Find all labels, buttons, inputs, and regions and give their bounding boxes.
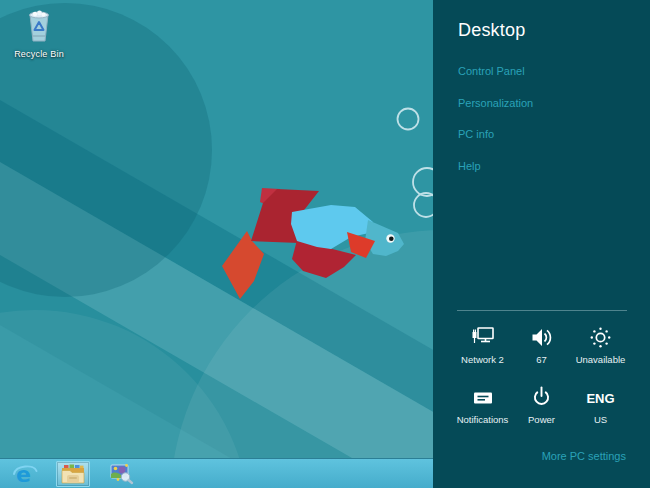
tile-notifications-label: Notifications xyxy=(457,414,509,425)
tile-volume[interactable]: 67 xyxy=(512,322,571,365)
panel-divider xyxy=(457,310,627,311)
taskbar: e xyxy=(0,458,433,488)
settings-panel: Desktop Control Panel Personalization PC… xyxy=(433,0,650,488)
recycle-bin-icon xyxy=(22,8,56,44)
link-control-panel[interactable]: Control Panel xyxy=(458,66,630,77)
tile-power-label: Power xyxy=(528,414,555,425)
tile-network[interactable]: Network 2 xyxy=(453,322,512,365)
settings-tiles: Network 2 67 xyxy=(453,322,630,425)
tile-power[interactable]: Power xyxy=(512,382,571,425)
tile-language-label: US xyxy=(594,414,607,425)
power-icon xyxy=(530,382,553,409)
network-icon xyxy=(470,322,496,349)
link-pc-info[interactable]: PC info xyxy=(458,129,630,140)
link-help[interactable]: Help xyxy=(458,161,630,172)
tile-network-label: Network 2 xyxy=(461,354,504,365)
tile-language[interactable]: ENG US xyxy=(571,382,630,425)
brightness-icon xyxy=(589,322,612,349)
link-personalization[interactable]: Personalization xyxy=(458,98,630,109)
recycle-bin[interactable]: Recycle Bin xyxy=(6,8,72,59)
more-pc-settings-link[interactable]: More PC settings xyxy=(542,450,626,462)
language-badge: ENG xyxy=(586,382,614,409)
recycle-bin-label: Recycle Bin xyxy=(6,49,72,59)
tile-brightness-label: Unavailable xyxy=(576,354,626,365)
taskbar-file-explorer-button[interactable] xyxy=(56,461,90,487)
language-value: ENG xyxy=(586,389,614,409)
file-explorer-icon xyxy=(60,462,86,486)
taskbar-internet-explorer-button[interactable]: e xyxy=(8,461,42,487)
internet-explorer-icon: e xyxy=(12,461,38,487)
tile-notifications[interactable]: Notifications xyxy=(453,382,512,425)
tile-brightness[interactable]: Unavailable xyxy=(571,322,630,365)
tile-volume-label: 67 xyxy=(536,354,547,365)
notifications-icon xyxy=(471,382,495,409)
volume-icon xyxy=(530,322,554,349)
screen: Recycle Bin e xyxy=(0,0,650,488)
panel-title: Desktop xyxy=(458,20,525,41)
media-app-icon xyxy=(109,462,134,485)
panel-links: Control Panel Personalization PC info He… xyxy=(458,66,630,192)
taskbar-media-app-button[interactable] xyxy=(104,461,138,487)
